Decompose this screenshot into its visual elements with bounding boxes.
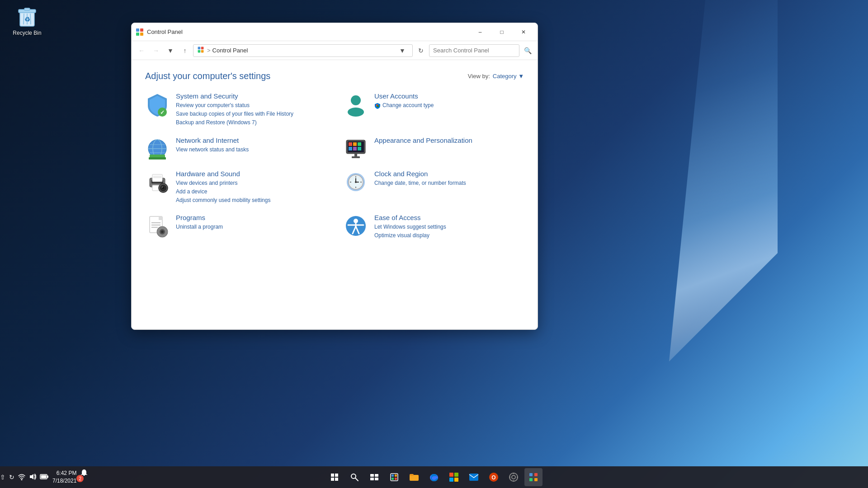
view-by-value-text: Category	[493, 73, 517, 80]
view-by-dropdown[interactable]: Category ▼	[493, 73, 524, 80]
svg-rect-99	[454, 478, 458, 482]
clock[interactable]: 6:42 PM 7/18/2021	[52, 469, 76, 485]
clock-date: 7/18/2021	[52, 477, 76, 485]
network-internet-link-1[interactable]: View network status and tasks	[176, 145, 249, 154]
address-bar: ← → ▼ ↑ > Control Panel ▼ ↻ 🔍	[132, 41, 538, 60]
system-security-link-2[interactable]: Save backup copies of your files with Fi…	[176, 110, 293, 118]
widgets-button[interactable]	[385, 468, 403, 486]
clock-time: 6:42 PM	[57, 469, 77, 477]
svg-rect-96	[449, 473, 453, 477]
title-bar: Control Panel – □ ✕	[132, 23, 538, 41]
category-appearance: Appearance and Personalization	[344, 136, 524, 161]
svg-point-59	[355, 181, 357, 183]
volume-icon[interactable]	[29, 473, 36, 482]
svg-rect-71	[157, 231, 159, 233]
page-title: Adjust your computer's settings	[145, 71, 270, 81]
minimize-button[interactable]: –	[470, 25, 491, 39]
svg-rect-100	[469, 474, 478, 481]
mail-button[interactable]	[465, 468, 483, 486]
address-path[interactable]: > Control Panel ▼	[193, 44, 413, 57]
recycle-bin-icon[interactable]: ♻ Recycle Bin	[9, 5, 45, 36]
system-security-link-3[interactable]: Backup and Restore (Windows 7)	[176, 118, 293, 127]
taskbar-search-button[interactable]	[345, 468, 363, 486]
system-security-title[interactable]: System and Security	[176, 92, 293, 100]
settings-taskbar-button[interactable]	[505, 468, 523, 486]
svg-point-113	[21, 479, 23, 480]
svg-rect-92	[392, 478, 394, 480]
programs-title[interactable]: Programs	[176, 214, 223, 221]
appearance-info: Appearance and Personalization	[374, 136, 472, 145]
taskbar: O	[0, 466, 868, 488]
svg-point-103	[512, 475, 515, 479]
user-accounts-title[interactable]: User Accounts	[374, 92, 434, 100]
category-system-security: ✓ System and Security Review your comput…	[145, 92, 326, 127]
svg-rect-21	[377, 105, 379, 107]
system-security-info: System and Security Review your computer…	[176, 92, 293, 127]
svg-line-4	[24, 14, 24, 24]
refresh-button[interactable]: ↻	[415, 44, 427, 57]
appearance-icon	[344, 136, 368, 161]
up-button[interactable]: ↑	[179, 44, 191, 57]
svg-rect-10	[140, 33, 143, 36]
search-button[interactable]: 🔍	[521, 44, 534, 57]
notification-center[interactable]: 2	[80, 469, 88, 486]
edge-browser-button[interactable]	[425, 468, 443, 486]
ease-access-link-2[interactable]: Optimize visual display	[374, 231, 446, 240]
back-button[interactable]: ←	[135, 44, 148, 57]
programs-info: Programs Uninstall a program	[176, 214, 223, 231]
ms-store-button[interactable]	[445, 468, 463, 486]
search-input[interactable]	[429, 44, 519, 57]
svg-rect-82	[335, 478, 338, 481]
ease-access-icon	[344, 214, 368, 238]
task-view-button[interactable]	[365, 468, 383, 486]
clock-region-link-1[interactable]: Change date, time, or number formats	[374, 179, 466, 188]
desktop: ♻ Recycle Bin Control Panel – □ ✕	[0, 0, 868, 488]
hardware-sound-link-2[interactable]: Add a device	[176, 188, 270, 196]
svg-line-6	[30, 14, 31, 24]
svg-rect-109	[529, 473, 533, 476]
battery-icon[interactable]	[40, 474, 49, 481]
file-explorer-button[interactable]	[405, 468, 423, 486]
close-button[interactable]: ✕	[513, 25, 534, 39]
svg-rect-28	[149, 157, 166, 160]
start-button[interactable]	[326, 468, 344, 486]
svg-point-104	[509, 473, 518, 481]
window-title: Control Panel	[147, 28, 470, 35]
window-controls: – □ ✕	[470, 25, 534, 39]
category-user-accounts: User Accounts Change account type	[344, 92, 524, 127]
category-clock-region: Clock and Region Change date, time, or n…	[344, 170, 524, 205]
svg-text:✓: ✓	[160, 109, 165, 116]
clock-region-icon	[344, 170, 368, 194]
svg-rect-41	[152, 174, 162, 182]
tray-arrow-up[interactable]: ⇧	[0, 474, 5, 481]
recent-locations-button[interactable]: ▼	[164, 44, 177, 57]
appearance-title[interactable]: Appearance and Personalization	[374, 136, 472, 144]
address-dropdown-button[interactable]: ▼	[396, 44, 409, 57]
control-panel-window: Control Panel – □ ✕ ← → ▼ ↑	[131, 23, 538, 330]
forward-button[interactable]: →	[150, 44, 162, 57]
hardware-sound-title[interactable]: Hardware and Sound	[176, 170, 270, 178]
svg-rect-81	[331, 478, 334, 481]
office-button[interactable]: O	[485, 468, 503, 486]
svg-rect-97	[454, 473, 458, 477]
programs-link-1[interactable]: Uninstall a program	[176, 223, 223, 231]
ease-access-title[interactable]: Ease of Access	[374, 214, 446, 221]
tray-rotation-lock-icon[interactable]: ↻	[9, 474, 14, 481]
hardware-sound-link-3[interactable]: Adjust commonly used mobility settings	[176, 196, 270, 205]
category-hardware-sound: Hardware and Sound View devices and prin…	[145, 170, 326, 205]
svg-rect-9	[136, 33, 139, 36]
network-internet-title[interactable]: Network and Internet	[176, 136, 249, 144]
wifi-icon[interactable]	[18, 473, 25, 482]
user-accounts-link-1[interactable]: Change account type	[382, 101, 434, 110]
maximize-button[interactable]: □	[491, 25, 512, 39]
category-network-internet: Network and Internet View network status…	[145, 136, 326, 161]
ease-access-link-1[interactable]: Let Windows suggest settings	[374, 223, 446, 231]
hardware-sound-link-1[interactable]: View devices and printers	[176, 179, 270, 188]
control-panel-taskbar-button[interactable]	[524, 468, 542, 486]
recycle-bin-graphic: ♻	[16, 5, 38, 28]
svg-marker-114	[30, 474, 33, 479]
svg-rect-80	[335, 474, 338, 477]
system-security-link-1[interactable]: Review your computer's status	[176, 101, 293, 110]
category-programs: Programs Uninstall a program	[145, 214, 326, 240]
clock-region-title[interactable]: Clock and Region	[374, 170, 466, 178]
